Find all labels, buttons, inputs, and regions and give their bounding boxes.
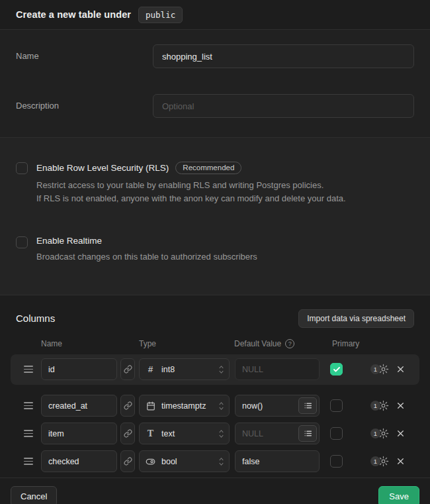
columns-title: Columns: [16, 313, 55, 324]
chevron-up-down-icon: [218, 429, 224, 438]
table-description-input[interactable]: [153, 94, 414, 118]
table-row: T text: [11, 422, 419, 446]
table-details-section: Name Description: [0, 30, 430, 138]
column-name-input[interactable]: [41, 358, 117, 380]
settings-count-badge: 1: [370, 364, 380, 374]
calendar-icon: [146, 401, 155, 411]
link-icon: [124, 457, 132, 466]
default-value-input[interactable]: [235, 450, 320, 472]
recommended-badge: Recommended: [175, 162, 241, 174]
column-type-select[interactable]: bool: [139, 450, 230, 472]
realtime-checkbox[interactable]: [16, 236, 28, 248]
close-icon: [396, 429, 405, 438]
column-type-select[interactable]: # int8: [139, 358, 230, 380]
drag-handle-icon[interactable]: [24, 402, 33, 409]
realtime-toggle-block: Enable Realtime Broadcast changes on thi…: [16, 236, 414, 264]
realtime-description: Broadcast changes on this table to autho…: [36, 250, 257, 264]
check-icon: [333, 402, 341, 410]
columns-section: Columns Import data via spreadsheet Name…: [0, 295, 430, 478]
chevron-up-down-icon: [218, 401, 224, 411]
rls-label: Enable Row Level Security (RLS): [36, 163, 169, 173]
foreign-key-link-button[interactable]: [120, 358, 135, 380]
check-icon: [333, 430, 341, 438]
panel-footer: Cancel Save: [0, 478, 430, 504]
import-spreadsheet-button[interactable]: Import data via spreadsheet: [298, 309, 414, 328]
table-row: timestamptz: [11, 394, 419, 418]
link-icon: [124, 429, 132, 438]
link-icon: [124, 401, 132, 410]
columns-rows: # int8 1: [0, 354, 430, 474]
column-type-select[interactable]: T text: [139, 423, 230, 444]
close-icon: [396, 401, 405, 410]
column-settings-button[interactable]: 1: [370, 364, 389, 375]
schema-badge: public: [138, 7, 183, 23]
table-row: bool 1: [11, 450, 419, 474]
default-value-menu-button[interactable]: [298, 397, 317, 414]
help-icon[interactable]: ?: [285, 339, 294, 348]
table-name-input[interactable]: [153, 44, 414, 68]
foreign-key-link-button[interactable]: [120, 423, 135, 444]
columns-table-headers: Name Type Default Value ? Primary: [0, 339, 430, 348]
foreign-key-link-button[interactable]: [120, 395, 135, 417]
settings-count-badge: 1: [370, 401, 380, 411]
remove-column-button[interactable]: [395, 428, 406, 439]
column-name-input[interactable]: [41, 450, 117, 472]
column-name-input[interactable]: [41, 423, 117, 444]
name-form-row: Name: [16, 44, 414, 68]
rls-toggle-block: Enable Row Level Security (RLS) Recommen…: [16, 162, 414, 205]
column-type-value: bool: [161, 457, 211, 466]
close-icon: [396, 457, 405, 466]
check-icon: [333, 458, 341, 466]
column-settings-button[interactable]: 1: [370, 428, 389, 439]
column-type-select[interactable]: timestamptz: [139, 395, 230, 417]
close-icon: [396, 365, 405, 374]
rls-description: Restrict access to your table by enablin…: [36, 179, 346, 205]
settings-count-badge: 1: [370, 428, 380, 438]
remove-column-button[interactable]: [395, 364, 406, 375]
column-settings-button[interactable]: 1: [370, 400, 389, 411]
hash-icon: #: [146, 364, 155, 374]
list-icon: [304, 401, 312, 410]
table-options-section: Enable Row Level Security (RLS) Recommen…: [0, 138, 430, 295]
primary-key-checkbox[interactable]: [330, 455, 343, 468]
header-type: Type: [139, 339, 234, 348]
table-row: # int8 1: [11, 354, 419, 385]
header-primary: Primary: [332, 339, 359, 348]
drag-handle-icon[interactable]: [24, 366, 33, 373]
remove-column-button[interactable]: [395, 456, 406, 467]
page-title: Create a new table under: [16, 9, 131, 20]
text-icon: T: [146, 428, 155, 439]
check-icon: [333, 366, 341, 374]
column-name-input[interactable]: [41, 395, 117, 417]
create-table-panel: Create a new table under public Name Des…: [0, 0, 430, 504]
settings-count-badge: 1: [370, 456, 380, 466]
rls-checkbox[interactable]: [16, 162, 28, 174]
link-icon: [124, 365, 132, 374]
primary-key-checkbox[interactable]: [330, 399, 343, 412]
cancel-button[interactable]: Cancel: [11, 486, 57, 504]
drag-handle-icon[interactable]: [24, 458, 33, 465]
description-form-row: Description: [16, 94, 414, 118]
save-button[interactable]: Save: [378, 486, 419, 504]
toggle-icon: [146, 456, 155, 467]
column-type-value: text: [161, 429, 211, 438]
column-settings-button[interactable]: 1: [370, 456, 389, 467]
chevron-up-down-icon: [218, 365, 224, 374]
column-type-value: int8: [161, 365, 211, 374]
primary-key-checkbox[interactable]: [330, 427, 343, 440]
default-value-menu-button[interactable]: [298, 425, 317, 442]
column-type-value: timestamptz: [161, 401, 211, 411]
header-default-value: Default Value ?: [234, 339, 332, 348]
foreign-key-link-button[interactable]: [120, 450, 135, 472]
description-label: Description: [16, 94, 153, 118]
name-label: Name: [16, 44, 153, 68]
header-name: Name: [41, 339, 139, 348]
panel-header: Create a new table under public: [0, 0, 430, 30]
primary-key-checkbox[interactable]: [330, 363, 343, 376]
drag-handle-icon[interactable]: [24, 430, 33, 437]
realtime-label: Enable Realtime: [36, 236, 102, 246]
default-value-input[interactable]: [235, 358, 320, 380]
remove-column-button[interactable]: [395, 400, 406, 411]
list-icon: [304, 429, 312, 438]
chevron-up-down-icon: [218, 457, 224, 466]
